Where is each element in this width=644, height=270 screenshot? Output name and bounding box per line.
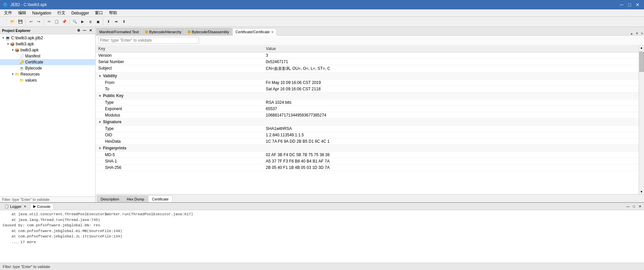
- toolbar-pause[interactable]: ⏸: [87, 18, 94, 26]
- explorer-close-icon[interactable]: ✕: [88, 28, 93, 33]
- cert-bottom-tabs: DescriptionHex DumpCertificate: [96, 194, 644, 202]
- toolbar-step-over[interactable]: ➡: [112, 18, 120, 26]
- scroll-up-btn[interactable]: ▲: [639, 45, 644, 50]
- bottom-tab-logger[interactable]: 📋 Logger✕: [1, 204, 30, 210]
- toolbar-step-into[interactable]: ⬇: [105, 18, 112, 26]
- tab-scroll-up[interactable]: ▲: [630, 32, 633, 35]
- table-row[interactable]: HexData1C 7A F6 9A DD 2B B5 D1 6C 4C 1: [96, 138, 639, 145]
- toolbar-redo[interactable]: ↪: [35, 18, 42, 26]
- logger-tab-close[interactable]: ✕: [24, 205, 26, 208]
- toolbar-new[interactable]: 📄: [1, 18, 9, 26]
- bottom-tab-label-console: Console: [37, 205, 50, 209]
- table-row[interactable]: SHA-1A5 37 7F F3 F6 B8 40 B4 B1 AF 7A: [96, 158, 639, 165]
- cert-bottom-tab-certificate[interactable]: Certificate: [148, 195, 172, 202]
- cert-bottom-tab-description[interactable]: Description: [97, 195, 123, 202]
- tab-close-certificate[interactable]: ✕: [271, 30, 274, 34]
- toolbar-open[interactable]: 📂: [9, 18, 16, 26]
- table-row[interactable]: FromFri May 10 09:16:06 CST 2019: [96, 80, 639, 86]
- table-row[interactable]: Modulus106881471713449593677385274: [96, 112, 639, 119]
- scroll-thumb[interactable]: [639, 52, 644, 72]
- tab-certificate[interactable]: Certificate/Certificate✕: [232, 28, 277, 36]
- table-row[interactable]: ToSat Apr 16 09:16:06 CST 2118: [96, 86, 639, 92]
- scroll-down-btn[interactable]: ▼: [639, 189, 644, 194]
- console-line: at com.pnfsoftware.jebglobal.mi.MB(Sourc…: [3, 228, 641, 234]
- filter-input[interactable]: [98, 37, 199, 44]
- tab-dot-disassembly: [188, 31, 191, 33]
- explorer-collapse-icon[interactable]: —: [82, 28, 87, 33]
- explorer-filter: Filter: type "Enter" to validate: [0, 196, 95, 202]
- toolbar-cut[interactable]: ✂: [45, 18, 53, 26]
- menu-item-帮助[interactable]: 帮助: [106, 10, 120, 16]
- explorer-settings-icon[interactable]: ⚙: [76, 28, 81, 33]
- tree-node-bwlb3-apk-inner[interactable]: ▼📦bwlb3.apk: [0, 47, 95, 53]
- table-row[interactable]: Exponent65537: [96, 106, 639, 112]
- toolbar-stop[interactable]: ⏹: [94, 18, 102, 26]
- toolbar-save[interactable]: 💾: [17, 18, 24, 26]
- cert-key: Exponent: [96, 106, 263, 112]
- tree-node-icon: 📁: [19, 78, 24, 83]
- explorer-header: Project Explorer ⚙ — ✕: [0, 27, 95, 34]
- toolbar-run[interactable]: ▶: [79, 18, 86, 26]
- table-row[interactable]: SubjectCN=血皇影风, OU=, O=, L=, ST=, C: [96, 65, 639, 73]
- table-row[interactable]: TypeSHA1withRSA: [96, 126, 639, 132]
- tree-node-icon: 📦: [15, 48, 19, 52]
- menu-item-debugger[interactable]: Debugger: [69, 10, 92, 16]
- cert-value: A5 37 7F F3 F6 B8 40 B4 B1 AF 7A: [263, 158, 639, 165]
- maximize-button[interactable]: □: [626, 1, 633, 8]
- menu-item-窗口[interactable]: 窗口: [92, 10, 106, 16]
- bottom-tab-bar: 📋 Logger✕▶ Console—□✕: [0, 203, 644, 210]
- toolbar-paste[interactable]: 📌: [61, 18, 68, 26]
- toolbar-sep1: [25, 18, 26, 25]
- cert-value: 1C 7A F6 9A DD 2B B5 D1 6C 4C 1: [263, 138, 639, 145]
- tree-node-certificate[interactable]: 🔑Certificate: [0, 59, 95, 65]
- table-row[interactable]: SHA-2562B 05 40 F1 1B 4B 05 03 1D 3D 7A: [96, 165, 639, 171]
- bottom-maximize-btn[interactable]: □: [631, 204, 637, 209]
- tree-node-icon: 📄: [19, 54, 24, 58]
- cert-value: 2B 05 40 F1 1B 4B 05 03 1D 3D 7A: [263, 165, 639, 171]
- tree-node-bwlb3-apk[interactable]: ▼📦bwlb3.apk: [0, 41, 95, 47]
- toolbar-copy[interactable]: 📋: [53, 18, 60, 26]
- table-row[interactable]: Version3: [96, 52, 639, 59]
- tab-label-hierarchy: Bytecode/Hierarchy: [149, 30, 181, 34]
- toolbar-search[interactable]: 🔍: [71, 18, 78, 26]
- tree-node-bytecode[interactable]: ☕Bytecode: [0, 65, 95, 71]
- table-row[interactable]: TypeRSA 1024 bits: [96, 99, 639, 106]
- tab-manifest[interactable]: Manifest/Formatted Text: [96, 28, 142, 35]
- tab-scroll-down[interactable]: ▼: [635, 32, 639, 35]
- cert-bottom-tab-hex-dump[interactable]: Hex Dump: [123, 195, 148, 202]
- menu-item-navigation[interactable]: Navigation: [30, 10, 54, 16]
- menu-item-文件[interactable]: 文件: [1, 10, 15, 16]
- tree-node-icon: 📁: [15, 72, 19, 77]
- menu-item-行文[interactable]: 行文: [55, 10, 68, 16]
- scroll-track: [639, 50, 644, 189]
- tree-node-resources[interactable]: ▼📁Resources: [0, 71, 95, 77]
- bottom-minimize-btn[interactable]: —: [625, 204, 631, 209]
- table-row[interactable]: Serial Number0x52467171: [96, 59, 639, 65]
- tab-close-all[interactable]: ✕: [641, 32, 643, 35]
- cert-value: 3: [263, 52, 639, 59]
- tree-node-values[interactable]: 📁values: [0, 77, 95, 83]
- toolbar-sep2: [44, 18, 44, 25]
- tree-node-root[interactable]: ▼💻C:\bwlb3.apk.jdb2: [0, 35, 95, 41]
- minimize-button[interactable]: ─: [618, 1, 625, 8]
- tree-node-manifest[interactable]: 📄Manifest: [0, 53, 95, 59]
- cert-key: MD-5: [96, 152, 263, 158]
- tab-disassembly[interactable]: Bytecode/Disassembly: [185, 28, 232, 35]
- cert-key: OID: [96, 132, 263, 138]
- cert-key: To: [96, 86, 263, 92]
- bottom-close-btn[interactable]: ✕: [637, 204, 643, 209]
- table-row[interactable]: MD-502 AF 3B F4 DC 5B 7B 75 75 38 38: [96, 152, 639, 158]
- cert-key: Modulus: [96, 112, 263, 119]
- tab-hierarchy[interactable]: Bytecode/Hierarchy: [142, 28, 184, 35]
- toolbar-undo[interactable]: ↩: [27, 18, 35, 26]
- cert-table: Key Value Version3Serial Number0x5246717…: [96, 45, 639, 171]
- close-button[interactable]: ✕: [634, 1, 641, 8]
- toolbar-step-out[interactable]: ⬆: [120, 18, 127, 26]
- bottom-tab-console[interactable]: ▶ Console: [30, 204, 53, 210]
- vert-scrollbar[interactable]: ▲ ▼: [639, 45, 644, 194]
- tree-node-icon: 🔑: [19, 60, 24, 64]
- cert-value: 0x52467171: [263, 59, 639, 65]
- col-key: Key: [96, 45, 263, 52]
- menu-item-编辑[interactable]: 编辑: [15, 10, 29, 16]
- table-row[interactable]: OID1.2.840.113549.1.1.5: [96, 132, 639, 138]
